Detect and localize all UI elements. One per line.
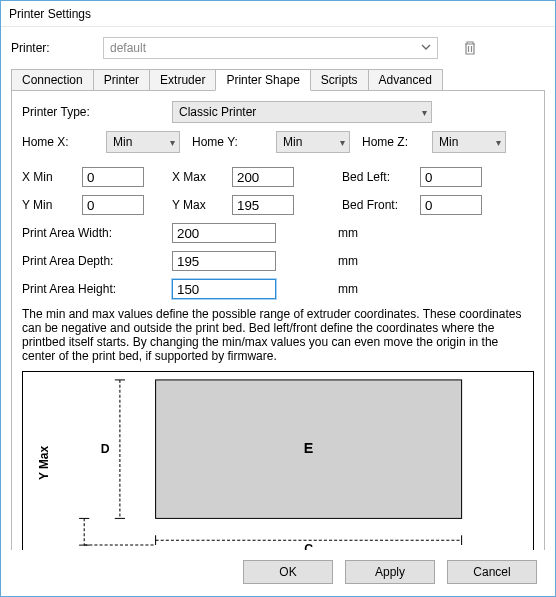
ymin-label: Y Min xyxy=(22,198,82,212)
unit-mm: mm xyxy=(338,226,358,240)
home-y-label: Home Y: xyxy=(192,135,276,149)
window-titlebar: Printer Settings xyxy=(1,1,555,27)
tab-extruder[interactable]: Extruder xyxy=(149,69,216,90)
xmax-label: X Max xyxy=(172,170,232,184)
xmin-label: X Min xyxy=(22,170,82,184)
chevron-down-icon: ▾ xyxy=(496,137,501,148)
home-y-select[interactable]: Min ▾ xyxy=(276,131,350,153)
home-x-label: Home X: xyxy=(22,135,106,149)
home-y-value: Min xyxy=(283,135,302,149)
unit-mm: mm xyxy=(338,282,358,296)
chevron-down-icon: ▾ xyxy=(170,137,175,148)
apply-button[interactable]: Apply xyxy=(345,560,435,584)
area-width-input[interactable] xyxy=(172,223,276,243)
bed-front-label: Bed Front: xyxy=(342,198,420,212)
trash-icon xyxy=(463,40,477,56)
printer-label: Printer: xyxy=(11,41,103,55)
ymax-label: Y Max xyxy=(172,198,232,212)
area-depth-label: Print Area Depth: xyxy=(22,254,172,268)
unit-mm: mm xyxy=(338,254,358,268)
window-title: Printer Settings xyxy=(9,7,91,21)
svg-text:C: C xyxy=(304,542,313,550)
tab-connection[interactable]: Connection xyxy=(11,69,94,90)
home-x-value: Min xyxy=(113,135,132,149)
area-width-label: Print Area Width: xyxy=(22,226,172,240)
ymax-input[interactable] xyxy=(232,195,294,215)
area-height-input[interactable] xyxy=(172,279,276,299)
xmin-input[interactable] xyxy=(82,167,144,187)
ok-button[interactable]: OK xyxy=(243,560,333,584)
printer-type-value: Classic Printer xyxy=(179,105,256,119)
description-text: The min and max values define the possib… xyxy=(22,307,534,363)
tab-printer-shape[interactable]: Printer Shape xyxy=(215,69,310,91)
delete-printer-button[interactable] xyxy=(460,38,480,58)
area-depth-input[interactable] xyxy=(172,251,276,271)
printer-shape-panel: Printer Type: Classic Printer ▾ Home X: … xyxy=(11,91,545,550)
tab-bar: Connection Printer Extruder Printer Shap… xyxy=(11,69,545,91)
cancel-button[interactable]: Cancel xyxy=(447,560,537,584)
svg-text:E: E xyxy=(304,440,314,456)
printer-type-label: Printer Type: xyxy=(22,105,172,119)
svg-text:D: D xyxy=(101,442,110,456)
printer-select[interactable]: default xyxy=(103,37,438,59)
svg-text:Y Max: Y Max xyxy=(37,446,51,480)
dialog-buttons: OK Apply Cancel xyxy=(1,550,555,596)
tab-advanced[interactable]: Advanced xyxy=(368,69,443,90)
printer-type-select[interactable]: Classic Printer ▾ xyxy=(172,101,432,123)
home-x-select[interactable]: Min ▾ xyxy=(106,131,180,153)
area-height-label: Print Area Height: xyxy=(22,282,172,296)
bed-left-input[interactable] xyxy=(420,167,482,187)
xmax-input[interactable] xyxy=(232,167,294,187)
home-z-value: Min xyxy=(439,135,458,149)
home-z-label: Home Z: xyxy=(362,135,432,149)
tab-printer[interactable]: Printer xyxy=(93,69,150,90)
chevron-down-icon: ▾ xyxy=(422,107,427,118)
chevron-down-icon xyxy=(421,41,431,55)
bed-front-input[interactable] xyxy=(420,195,482,215)
chevron-down-icon: ▾ xyxy=(340,137,345,148)
bed-diagram: D C E Y Max xyxy=(22,371,534,550)
ymin-input[interactable] xyxy=(82,195,144,215)
home-z-select[interactable]: Min ▾ xyxy=(432,131,506,153)
tab-scripts[interactable]: Scripts xyxy=(310,69,369,90)
printer-select-value: default xyxy=(110,41,146,55)
bed-left-label: Bed Left: xyxy=(342,170,420,184)
